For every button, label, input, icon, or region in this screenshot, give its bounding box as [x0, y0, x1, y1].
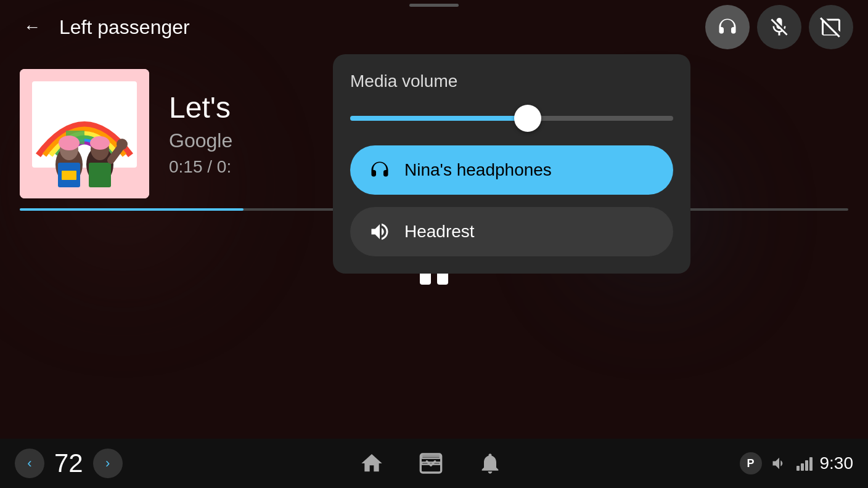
page-title: Left passenger	[59, 16, 190, 39]
headphones-button[interactable]	[705, 5, 750, 49]
menu-icon	[419, 451, 443, 476]
back-button[interactable]: ←	[15, 10, 49, 44]
svg-rect-10	[89, 163, 111, 187]
signal-bar-1	[796, 466, 800, 471]
time-display: 9:30	[820, 453, 854, 473]
top-right-icons	[705, 5, 853, 49]
track-time: 0:15 / 0:	[169, 157, 232, 177]
bottom-bar: ‹ 72 ›	[0, 439, 868, 488]
svg-point-12	[117, 139, 128, 150]
notification-icon	[478, 451, 502, 476]
volume-slider-container[interactable]	[350, 104, 673, 133]
album-art	[20, 69, 149, 198]
home-button[interactable]	[354, 446, 389, 481]
home-icon	[359, 451, 384, 476]
volume-slider-fill	[350, 116, 528, 121]
screen-off-icon	[820, 16, 842, 38]
signal-bar-3	[805, 460, 808, 471]
ninas-headphones-option[interactable]: Nina's headphones	[350, 145, 673, 195]
microphone-off-button[interactable]	[757, 5, 801, 49]
track-title: Let's	[169, 91, 232, 124]
temp-increase-button[interactable]: ›	[93, 449, 123, 478]
volume-slider-thumb[interactable]	[514, 105, 541, 132]
signal-bar-4	[809, 457, 813, 471]
headrest-option[interactable]: Headrest	[350, 207, 673, 256]
bottom-right-status: P 9:30	[740, 452, 854, 474]
track-info: Let's Google 0:15 / 0:	[169, 91, 232, 177]
screen-off-button[interactable]	[809, 5, 853, 49]
signal-bar-2	[801, 463, 804, 471]
menu-button[interactable]	[414, 446, 448, 481]
signal-bars	[796, 456, 813, 471]
ninas-headphones-label: Nina's headphones	[404, 160, 552, 180]
headrest-icon	[367, 219, 392, 244]
headrest-label: Headrest	[404, 222, 475, 242]
ninas-headphones-icon	[367, 158, 392, 182]
back-arrow-icon: ←	[23, 17, 41, 37]
album-art-image	[20, 69, 149, 198]
volume-overlay: Media volume Nina's headphones Headrest	[333, 54, 690, 274]
temperature-display: 72	[54, 449, 83, 478]
headphones-icon	[716, 16, 739, 38]
notification-button[interactable]	[473, 446, 507, 481]
volume-label: Media volume	[350, 71, 673, 91]
svg-point-9	[90, 136, 110, 150]
volume-status-icon	[769, 453, 789, 473]
volume-slider-track	[350, 116, 673, 121]
progress-bar-fill	[20, 208, 244, 211]
track-artist: Google	[169, 129, 232, 152]
svg-rect-13	[62, 171, 76, 180]
microphone-off-icon	[768, 16, 790, 38]
bottom-left: ‹ 72 ›	[15, 449, 123, 478]
svg-point-5	[59, 136, 80, 150]
p-badge: P	[740, 452, 762, 474]
temp-decrease-button[interactable]: ‹	[15, 449, 44, 478]
bottom-center-nav	[123, 446, 740, 481]
top-bar: ← Left passenger	[0, 0, 868, 54]
